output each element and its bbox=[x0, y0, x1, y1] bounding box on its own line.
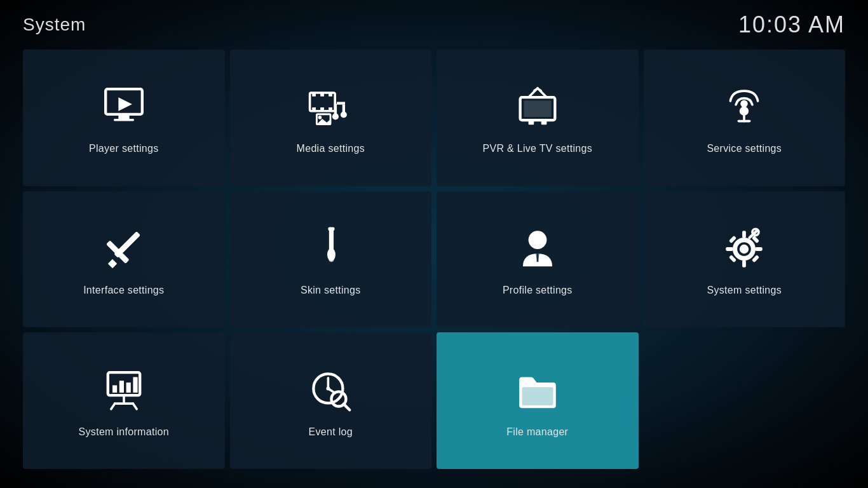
svg-point-14 bbox=[332, 114, 339, 120]
event-log-label: Event log bbox=[309, 426, 353, 438]
svg-line-58 bbox=[133, 403, 137, 409]
svg-rect-10 bbox=[320, 107, 324, 111]
svg-line-57 bbox=[111, 403, 115, 409]
service-settings-label: Service settings bbox=[707, 143, 782, 154]
profile-settings-icon bbox=[515, 224, 560, 274]
svg-point-34 bbox=[329, 257, 334, 262]
svg-rect-41 bbox=[742, 260, 746, 268]
svg-rect-51 bbox=[112, 385, 117, 393]
svg-point-25 bbox=[740, 107, 749, 116]
svg-rect-6 bbox=[312, 107, 316, 111]
tile-system-settings[interactable]: System settings bbox=[644, 191, 846, 328]
tile-file-manager[interactable]: File manager bbox=[437, 332, 639, 469]
svg-rect-54 bbox=[133, 377, 137, 392]
svg-point-62 bbox=[327, 386, 330, 390]
tile-player-settings[interactable]: Player settings bbox=[23, 50, 225, 186]
tile-event-log[interactable]: Event log bbox=[230, 332, 432, 469]
svg-rect-22 bbox=[524, 101, 551, 118]
svg-marker-18 bbox=[317, 119, 331, 125]
tile-skin-settings[interactable]: Skin settings bbox=[230, 191, 432, 328]
svg-rect-2 bbox=[114, 119, 134, 121]
svg-point-26 bbox=[740, 100, 748, 108]
svg-marker-30 bbox=[108, 259, 117, 268]
service-settings-icon bbox=[721, 82, 767, 133]
svg-line-64 bbox=[344, 404, 349, 410]
svg-rect-24 bbox=[541, 120, 547, 125]
svg-rect-23 bbox=[528, 120, 534, 125]
svg-rect-35 bbox=[329, 227, 335, 231]
tile-system-information[interactable]: System information bbox=[23, 332, 225, 469]
svg-rect-42 bbox=[726, 247, 733, 251]
interface-settings-icon bbox=[101, 224, 147, 274]
svg-rect-12 bbox=[337, 102, 345, 105]
svg-rect-52 bbox=[119, 381, 124, 393]
event-log-icon bbox=[308, 365, 353, 416]
skin-settings-icon bbox=[308, 224, 353, 274]
svg-marker-3 bbox=[118, 97, 132, 111]
tile-interface-settings[interactable]: Interface settings bbox=[23, 191, 225, 328]
interface-settings-label: Interface settings bbox=[83, 285, 164, 296]
svg-point-15 bbox=[341, 112, 347, 118]
svg-rect-43 bbox=[756, 247, 763, 251]
svg-rect-40 bbox=[742, 231, 746, 238]
player-settings-label: Player settings bbox=[89, 143, 158, 154]
system-settings-label: System settings bbox=[707, 285, 782, 296]
tile-media-settings[interactable]: Media settings bbox=[230, 50, 432, 186]
header: System 10:03 AM bbox=[0, 0, 868, 44]
settings-grid: Player settings bbox=[0, 44, 868, 482]
svg-rect-9 bbox=[320, 93, 324, 97]
svg-rect-65 bbox=[522, 387, 553, 405]
empty-cell bbox=[644, 332, 846, 469]
svg-point-39 bbox=[740, 245, 749, 254]
file-manager-label: File manager bbox=[506, 426, 568, 438]
svg-point-17 bbox=[318, 116, 322, 119]
svg-rect-5 bbox=[312, 93, 316, 97]
tile-pvr-settings[interactable]: PVR & Live TV settings bbox=[437, 50, 639, 186]
system-information-label: System information bbox=[79, 426, 169, 438]
player-settings-icon bbox=[101, 82, 147, 133]
svg-rect-8 bbox=[329, 107, 332, 111]
system-settings-icon bbox=[721, 224, 767, 274]
system-information-icon bbox=[101, 365, 147, 416]
svg-rect-1 bbox=[118, 114, 129, 119]
svg-rect-7 bbox=[329, 93, 332, 97]
svg-point-36 bbox=[528, 231, 546, 249]
skin-settings-label: Skin settings bbox=[301, 285, 361, 296]
svg-rect-31 bbox=[114, 231, 140, 258]
media-settings-label: Media settings bbox=[297, 143, 365, 154]
tile-service-settings[interactable]: Service settings bbox=[644, 50, 846, 186]
pvr-settings-label: PVR & Live TV settings bbox=[482, 143, 592, 154]
tile-profile-settings[interactable]: Profile settings bbox=[437, 191, 639, 328]
file-manager-icon bbox=[515, 365, 560, 416]
clock: 10:03 AM bbox=[738, 11, 845, 38]
media-settings-icon bbox=[308, 82, 353, 133]
profile-settings-label: Profile settings bbox=[503, 285, 573, 296]
svg-rect-53 bbox=[126, 383, 130, 393]
page-title: System bbox=[23, 15, 86, 35]
pvr-settings-icon bbox=[515, 82, 560, 133]
